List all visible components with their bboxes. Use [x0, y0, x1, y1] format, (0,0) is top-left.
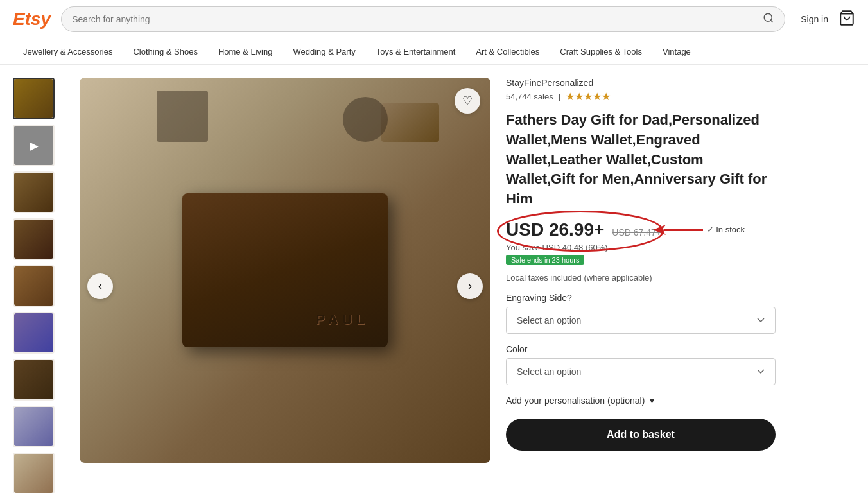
thumbnail-9[interactable]: [13, 453, 55, 493]
sale-badge: Sale ends in 23 hours: [506, 255, 584, 265]
search-icon[interactable]: [763, 12, 774, 26]
nav-item-home[interactable]: Home & Living: [208, 39, 283, 64]
checkmark-icon: ✓: [707, 225, 714, 234]
sales-count: 54,744 sales: [506, 92, 553, 101]
favorite-button[interactable]: ♡: [455, 88, 480, 114]
product-info: StayFinePersonalized 54,744 sales | ★★★★…: [506, 78, 776, 493]
thumbnail-list: [13, 78, 64, 493]
price-row: USD 26.99+ USD 67.47+ ✓ In stock: [506, 220, 661, 240]
cart-icon[interactable]: [838, 10, 855, 29]
nav-item-jewellery[interactable]: Jewellery & Accessories: [13, 39, 123, 64]
svg-line-1: [771, 20, 773, 22]
taxes-note: Local taxes included (where applicable): [506, 273, 776, 282]
engraving-option: Engraving Side? Select an option: [506, 293, 776, 344]
arrow-right-icon: ›: [468, 279, 472, 293]
main-image-area: ♡ ‹ ›: [80, 78, 490, 493]
nav-bar: Jewellery & Accessories Clothing & Shoes…: [0, 39, 868, 65]
search-bar: [61, 6, 785, 32]
in-stock-section: ✓ In stock: [653, 222, 745, 238]
site-header: Etsy Sign in: [0, 0, 868, 39]
price-section: USD 26.99+ USD 67.47+ ✓ In stock You sav…: [506, 220, 776, 265]
color-select[interactable]: Select an option: [506, 358, 776, 385]
svg-rect-4: [664, 229, 703, 231]
thumbnail-8[interactable]: [13, 406, 55, 447]
thumbnail-2[interactable]: [13, 125, 55, 166]
add-to-basket-button[interactable]: Add to basket: [506, 419, 776, 451]
red-arrow-icon: [653, 222, 704, 238]
color-label: Color: [506, 344, 776, 354]
arrow-left-icon: ‹: [98, 279, 102, 293]
thumbnail-1[interactable]: [13, 78, 55, 119]
thumbnail-6[interactable]: [13, 312, 55, 354]
engraving-select[interactable]: Select an option: [506, 307, 776, 334]
sign-in-link[interactable]: Sign in: [801, 14, 828, 24]
personalisation-row[interactable]: Add your personalisation (optional) ▾: [506, 395, 776, 406]
divider: |: [559, 92, 560, 101]
main-content: ♡ ‹ › StayFinePersonalized 54,744 sales …: [0, 65, 868, 493]
heart-icon: ♡: [462, 94, 473, 108]
search-input[interactable]: [72, 14, 763, 24]
seller-stats: 54,744 sales | ★★★★★: [506, 91, 776, 103]
nav-item-vintage[interactable]: Vintage: [652, 39, 701, 64]
etsy-logo[interactable]: Etsy: [13, 9, 51, 30]
color-option: Color Select an option: [506, 344, 776, 395]
next-image-button[interactable]: ›: [457, 273, 483, 299]
savings-text: You save USD 40.48 (60%): [506, 243, 661, 252]
nav-item-art[interactable]: Art & Collectibles: [465, 39, 550, 64]
thumbnail-7[interactable]: [13, 359, 55, 401]
star-rating: ★★★★★: [566, 91, 611, 103]
personalisation-chevron-icon: ▾: [650, 395, 654, 406]
product-title: Fathers Day Gift for Dad,Personalized Wa…: [506, 110, 776, 209]
svg-point-0: [764, 13, 772, 21]
seller-name[interactable]: StayFinePersonalized: [506, 78, 776, 88]
engraving-label: Engraving Side?: [506, 293, 776, 303]
header-actions: Sign in: [801, 10, 855, 29]
nav-item-toys[interactable]: Toys & Entertainment: [366, 39, 466, 64]
product-image: [80, 78, 490, 463]
in-stock-label: ✓ In stock: [707, 225, 745, 234]
svg-marker-3: [653, 225, 666, 235]
nav-item-clothing[interactable]: Clothing & Shoes: [123, 39, 207, 64]
thumbnail-4[interactable]: [13, 218, 55, 260]
prev-image-button[interactable]: ‹: [87, 273, 113, 299]
personalisation-label: Add your personalisation (optional): [506, 395, 645, 406]
nav-item-craft[interactable]: Craft Supplies & Tools: [550, 39, 652, 64]
wallet-image: [182, 193, 388, 347]
nav-item-wedding[interactable]: Wedding & Party: [282, 39, 365, 64]
current-price: USD 26.99+: [506, 220, 604, 240]
thumbnail-5[interactable]: [13, 265, 55, 307]
thumbnail-3[interactable]: [13, 171, 55, 213]
